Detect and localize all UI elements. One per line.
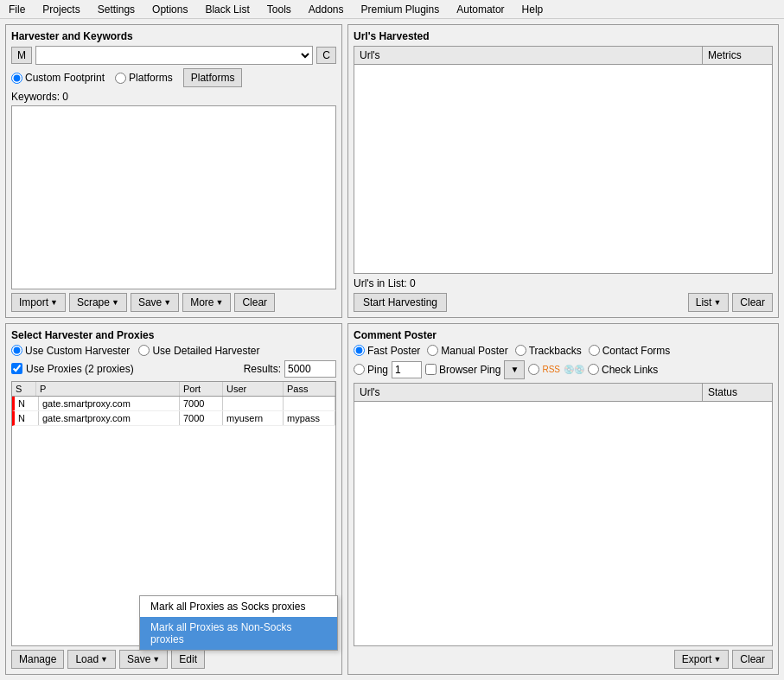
urls-body — [354, 65, 773, 274]
context-menu-item-1[interactable]: Mark all Proxies as Non-Socks proxies — [140, 617, 337, 650]
ping-label-text: Ping — [367, 364, 388, 376]
use-detailed-harvester-radio[interactable] — [138, 345, 150, 356]
export-button[interactable]: Export — [674, 650, 730, 669]
trackbacks-label[interactable]: Trackbacks — [515, 345, 582, 357]
contact-forms-text: Contact Forms — [602, 345, 671, 357]
import-button[interactable]: Import — [11, 293, 66, 312]
use-detailed-harvester-label[interactable]: Use Detailed Harvester — [138, 345, 259, 357]
menu-premium-plugins[interactable]: Premium Plugins — [356, 2, 445, 17]
manual-poster-radio[interactable] — [427, 345, 438, 356]
proxy-col-port-header: Port — [180, 382, 223, 396]
ping-input[interactable] — [392, 361, 422, 378]
poster-options-row: Fast Poster Manual Poster Trackbacks Con… — [354, 345, 773, 357]
comment-col-url-header: Url's — [354, 384, 703, 401]
check-links-radio[interactable] — [588, 364, 599, 375]
rss-text: RSS — [542, 365, 560, 374]
trackbacks-radio[interactable] — [515, 345, 526, 356]
rss-radio[interactable] — [528, 364, 539, 375]
proxy-s-0: N — [15, 397, 39, 410]
custom-footprint-label: Custom Footprint — [25, 72, 105, 84]
manage-button[interactable]: Manage — [11, 650, 64, 669]
platforms-button[interactable]: Platforms — [183, 68, 243, 87]
use-proxies-label: Use Proxies (2 proxies) — [26, 363, 134, 375]
proxy-row[interactable]: N gate.smartproxy.com 7000 — [12, 397, 335, 411]
proxies-checkrow: Use Proxies (2 proxies) — [11, 363, 134, 375]
load-button[interactable]: Load — [67, 650, 116, 669]
menubar: File Projects Settings Options Black Lis… — [0, 0, 784, 19]
menu-addons[interactable]: Addons — [303, 2, 349, 17]
trackbacks-text: Trackbacks — [529, 345, 582, 357]
start-harvesting-button[interactable]: Start Harvesting — [354, 293, 447, 312]
edit-button[interactable]: Edit — [171, 650, 205, 669]
dropdown-icon: ▼ — [510, 365, 519, 374]
urls-panel-title: Url's Harvested — [354, 30, 773, 42]
fast-poster-radio[interactable] — [354, 345, 365, 356]
harvester-keywords-panel: Harvester and Keywords M C Custom Footpr… — [5, 24, 342, 318]
comment-clear-button[interactable]: Clear — [732, 650, 773, 669]
urls-in-list-label: Url's in List: 0 — [354, 277, 773, 289]
keywords-textarea[interactable] — [11, 105, 336, 289]
results-input[interactable]: 5000 — [284, 360, 336, 378]
main-content: Harvester and Keywords M C Custom Footpr… — [0, 19, 784, 680]
bottom-left-footer: Manage Load Save Edit — [11, 650, 336, 669]
proxy-table-header: S P Port User Pass — [12, 382, 335, 397]
manual-poster-label[interactable]: Manual Poster — [427, 345, 507, 357]
harvester-options-row: Use Custom Harvester Use Detailed Harves… — [11, 345, 336, 357]
comment-footer: Export Clear — [354, 650, 773, 669]
use-custom-harvester-label[interactable]: Use Custom Harvester — [11, 345, 130, 357]
menu-file[interactable]: File — [3, 2, 30, 17]
save-button[interactable]: Save — [131, 293, 179, 312]
proxy-row[interactable]: N gate.smartproxy.com 7000 myusern mypas… — [12, 411, 335, 426]
menu-settings[interactable]: Settings — [92, 2, 140, 17]
custom-footprint-radio[interactable] — [11, 73, 22, 84]
rss-label[interactable]: RSS — [528, 364, 560, 375]
list-button[interactable]: List — [688, 293, 730, 312]
fast-poster-label[interactable]: Fast Poster — [354, 345, 420, 357]
ping-radio-label[interactable]: Ping — [354, 364, 388, 376]
browser-ping-check[interactable]: Browser Ping — [425, 364, 500, 376]
check-links-label[interactable]: Check Links — [588, 364, 658, 376]
proxies-save-button[interactable]: Save — [119, 650, 168, 669]
m-button[interactable]: M — [11, 47, 32, 64]
custom-footprint-radio-label[interactable]: Custom Footprint — [11, 72, 105, 84]
proxy-pass-1: mypass — [284, 411, 335, 425]
proxy-p-1: gate.smartproxy.com — [39, 411, 180, 425]
platforms-radio[interactable] — [115, 73, 126, 84]
scrape-button[interactable]: Scrape — [69, 293, 127, 312]
contact-forms-label[interactable]: Contact Forms — [589, 345, 671, 357]
harvester-button-row: Import Scrape Save More Clear — [11, 293, 336, 312]
contact-forms-radio[interactable] — [589, 345, 600, 356]
proxy-col-pass-header: Pass — [284, 382, 335, 396]
c-button[interactable]: C — [316, 47, 336, 64]
proxy-pass-0 — [284, 397, 335, 410]
comment-body — [354, 402, 772, 645]
more-button[interactable]: More — [182, 293, 231, 312]
menu-tools[interactable]: Tools — [262, 2, 296, 17]
menu-projects[interactable]: Projects — [37, 2, 85, 17]
browser-ping-dropdown-btn[interactable]: ▼ — [504, 360, 525, 379]
results-label: Results: — [244, 363, 281, 375]
comment-poster-title: Comment Poster — [354, 329, 773, 341]
ping-radio[interactable] — [354, 364, 365, 375]
urls-table-header: Url's Metrics — [354, 46, 773, 65]
footprint-radio-row: Custom Footprint Platforms Platforms — [11, 68, 336, 87]
browser-ping-checkbox[interactable] — [425, 364, 437, 375]
metrics-col-header: Metrics — [703, 47, 772, 64]
manual-poster-text: Manual Poster — [441, 345, 507, 357]
use-custom-harvester-radio[interactable] — [11, 345, 22, 356]
menu-blacklist[interactable]: Black List — [200, 2, 254, 17]
proxy-col-user-header: User — [223, 382, 284, 396]
menu-automator[interactable]: Automator — [451, 2, 509, 17]
urls-clear-button[interactable]: Clear — [732, 293, 773, 312]
proxy-user-1: myusern — [223, 411, 284, 425]
use-proxies-checkbox[interactable] — [11, 363, 22, 374]
platforms-radio-label: Platforms — [129, 72, 173, 84]
menu-options[interactable]: Options — [147, 2, 193, 17]
platforms-radio-label[interactable]: Platforms — [115, 72, 173, 84]
harvester-dropdown[interactable] — [35, 46, 313, 65]
menu-help[interactable]: Help — [517, 2, 549, 17]
clear-button[interactable]: Clear — [234, 293, 275, 312]
proxy-port-0: 7000 — [180, 397, 223, 410]
keywords-label: Keywords: 0 — [11, 91, 336, 103]
context-menu-item-0[interactable]: Mark all Proxies as Socks proxies — [140, 596, 337, 617]
